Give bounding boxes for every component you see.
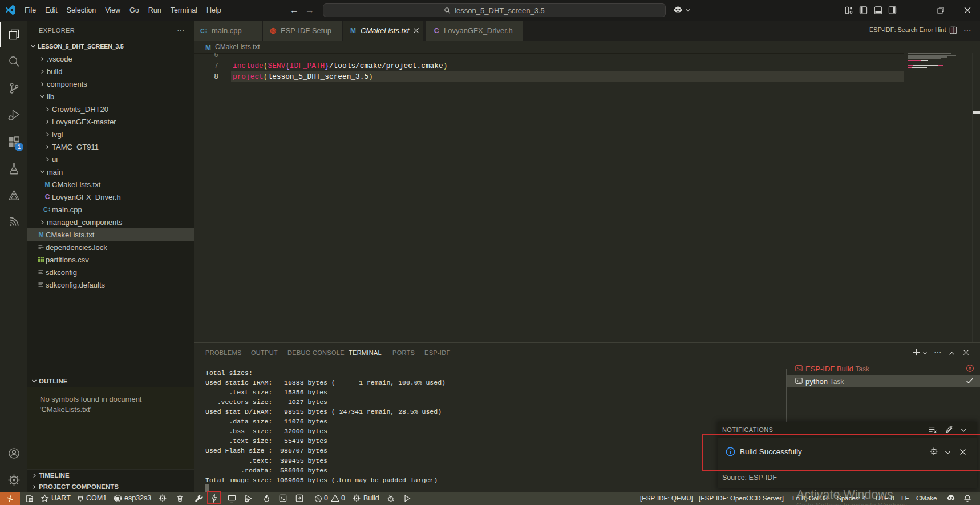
svg-text:C: C [200, 27, 205, 34]
svg-text:C: C [43, 206, 48, 213]
